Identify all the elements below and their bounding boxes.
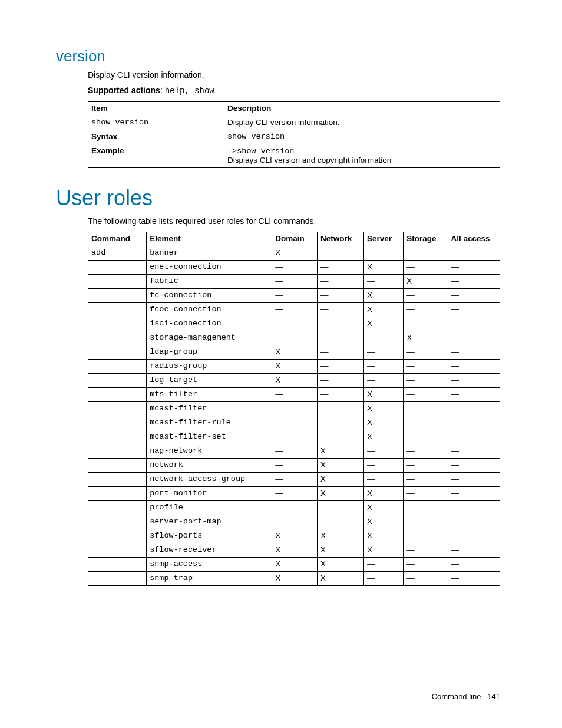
cell-element: server-port-map: [147, 515, 272, 529]
cell-command: [88, 501, 147, 515]
cell-role: —: [272, 275, 318, 289]
cell-role: —: [448, 473, 500, 487]
cell-role: —: [404, 529, 448, 543]
cell-command: [88, 459, 147, 473]
cell-role: X: [317, 444, 363, 459]
cell-role: —: [448, 430, 500, 444]
cell-role: X: [272, 360, 318, 374]
cell-role: X: [272, 246, 318, 261]
cell-role: —: [363, 246, 403, 261]
cell-role: —: [448, 275, 500, 289]
cell-role: —: [404, 317, 448, 331]
cell-role: X: [363, 487, 403, 501]
cell-role: —: [272, 317, 318, 331]
hdr-item: Item: [88, 102, 224, 116]
cell-role: —: [272, 261, 318, 275]
cell-role: X: [272, 374, 318, 388]
heading-user-roles: User roles: [56, 186, 500, 210]
table-row: storage-management———X—: [88, 331, 500, 345]
cell-role: X: [363, 543, 403, 558]
cell-role: —: [448, 543, 500, 558]
cell-role: —: [448, 289, 500, 303]
version-intro: Display CLI version information.: [88, 70, 500, 80]
cell-role: —: [448, 374, 500, 388]
cell-role: —: [448, 317, 500, 331]
cell-role: —: [404, 487, 448, 501]
cell-role: —: [448, 416, 500, 430]
cell-role: —: [404, 543, 448, 558]
table-row: ldap-groupX————: [88, 345, 500, 360]
cell-role: —: [448, 572, 500, 586]
cell-role: —: [448, 501, 500, 515]
cell-role: —: [448, 331, 500, 345]
cell-role: X: [363, 416, 403, 430]
cell-role: —: [317, 501, 363, 515]
cell-role: —: [404, 402, 448, 416]
example-cmd: ->show version: [227, 147, 294, 156]
cell-role: —: [404, 501, 448, 515]
cell-role: X: [363, 388, 403, 402]
roles-body: The following table lists required user …: [88, 216, 500, 586]
cell-command: [88, 444, 147, 459]
cell-role: —: [448, 360, 500, 374]
cell-role: X: [363, 261, 403, 275]
cell-role: —: [317, 261, 363, 275]
cell-role: —: [272, 515, 318, 529]
cell-role: —: [317, 388, 363, 402]
cell-element: fc-connection: [147, 289, 272, 303]
cell-role: —: [404, 430, 448, 444]
cell-role: —: [448, 444, 500, 459]
supported-actions-label: Supported actions: [88, 85, 160, 95]
cell-command: add: [88, 246, 147, 261]
cell-element: enet-connection: [147, 261, 272, 275]
cell-syntax-label: Syntax: [88, 130, 224, 144]
cell-role: —: [404, 303, 448, 317]
cell-role: X: [317, 487, 363, 501]
cell-role: X: [272, 572, 318, 586]
table-row: nag-network—X———: [88, 444, 500, 459]
cell-element: nag-network: [147, 444, 272, 459]
cell-command: [88, 487, 147, 501]
table-row: show version Display CLI version informa…: [88, 116, 500, 130]
cell-role: —: [448, 261, 500, 275]
table-row: Syntax show version: [88, 130, 500, 144]
cell-element: isci-connection: [147, 317, 272, 331]
cell-command: [88, 261, 147, 275]
table-row: fcoe-connection——X——: [88, 303, 500, 317]
version-body: Display CLI version information. Support…: [88, 70, 500, 168]
cell-role: —: [404, 246, 448, 261]
hdr-domain: Domain: [272, 232, 318, 246]
cell-command: [88, 388, 147, 402]
cell-command: [88, 331, 147, 345]
cell-role: —: [404, 459, 448, 473]
cell-role: —: [448, 558, 500, 572]
cell-role: —: [448, 345, 500, 360]
table-row: snmp-accessXX———: [88, 558, 500, 572]
cell-role: X: [317, 473, 363, 487]
cell-role: X: [363, 529, 403, 543]
cell-role: X: [404, 331, 448, 345]
cell-command: [88, 515, 147, 529]
cell-role: —: [448, 459, 500, 473]
cell-role: —: [317, 331, 363, 345]
cell-element: log-target: [147, 374, 272, 388]
cell-role: —: [272, 444, 318, 459]
hdr-storage: Storage: [404, 232, 448, 246]
cell-role: —: [317, 402, 363, 416]
cell-role: —: [404, 345, 448, 360]
cell-role: —: [404, 360, 448, 374]
cell-element: snmp-access: [147, 558, 272, 572]
cell-role: —: [448, 388, 500, 402]
cell-role: X: [272, 558, 318, 572]
cell-command: [88, 317, 147, 331]
cell-element: storage-management: [147, 331, 272, 345]
cell-element: mcast-filter-set: [147, 430, 272, 444]
table-row: Command Element Domain Network Server St…: [88, 232, 500, 246]
cell-role: X: [363, 402, 403, 416]
table-row: radius-groupX————: [88, 360, 500, 374]
cell-role: —: [404, 558, 448, 572]
cell-element: banner: [147, 246, 272, 261]
supported-actions-value: help, show: [165, 86, 214, 95]
cell-role: —: [363, 360, 403, 374]
table-row: snmp-trapXX———: [88, 572, 500, 586]
